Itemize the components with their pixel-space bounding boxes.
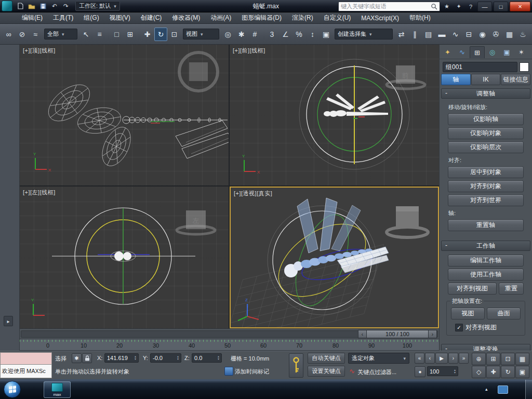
ik-subtab[interactable]: IK <box>471 74 501 85</box>
select-and-move-button[interactable]: ✚ <box>141 28 154 41</box>
y-coordinate-field[interactable]: -0.0 ▴▾ <box>150 353 181 363</box>
window-crossing-button[interactable]: ⊞ <box>124 28 137 41</box>
select-object-button[interactable]: ↖ <box>79 28 92 41</box>
start-button[interactable] <box>4 381 21 398</box>
x-coordinate-field[interactable]: 141.619 ▴▾ <box>104 353 139 363</box>
viewcube[interactable] <box>189 62 208 81</box>
display-tab[interactable]: ▣ <box>500 47 514 58</box>
schematic-view-button[interactable]: ⊟ <box>462 28 475 41</box>
z-coordinate-field[interactable]: 0.0 ▴▾ <box>192 353 222 363</box>
object-color-swatch[interactable] <box>520 62 529 72</box>
viewcube[interactable] <box>387 206 428 237</box>
rollout-header-working-pivot[interactable]: - 工作轴 <box>441 241 530 251</box>
menu-maxscript[interactable]: MAXScript(X) <box>356 12 404 24</box>
named-selection-sets-dropdown[interactable]: 创建选择集 ▾ <box>335 29 393 39</box>
workspace-dropdown[interactable]: 工作区: 默认 ▾ <box>75 1 120 11</box>
create-tab[interactable]: ✦ <box>441 47 455 58</box>
menu-create[interactable]: 创建(C) <box>136 12 167 24</box>
new-scene-button[interactable] <box>15 2 25 11</box>
edit-selection-sets-button[interactable]: ▣ <box>320 28 332 41</box>
hierarchy-tab[interactable]: ⊞ <box>470 46 485 58</box>
previous-frame-button[interactable]: ‹ <box>425 353 435 364</box>
render-production-button[interactable]: ♨ <box>516 28 529 41</box>
go-to-end-button[interactable]: » <box>459 353 469 364</box>
ribbon-toggle-button[interactable]: ▬ <box>435 28 448 41</box>
communication-center-icon[interactable]: ★ <box>442 2 452 11</box>
tray-expand-icon[interactable]: ▴ <box>485 387 488 392</box>
macro-recorder-field[interactable] <box>0 352 52 365</box>
maximize-button[interactable]: □ <box>494 2 508 11</box>
affect-object-only-button[interactable]: 仅影响对象 <box>448 127 524 139</box>
viewport-front-label[interactable]: [+][前][线框] <box>233 47 265 55</box>
edit-working-pivot-button[interactable]: 编辑工作轴 <box>448 255 524 267</box>
help-icon[interactable]: ? <box>466 2 476 11</box>
go-to-start-button[interactable]: « <box>415 353 424 364</box>
pan-icon[interactable]: ✚ <box>486 366 500 378</box>
object-name-field[interactable]: 组001 <box>443 62 517 72</box>
viewport-front[interactable]: [+][前][线框] 前 <box>230 45 439 185</box>
set-key-mode-button[interactable]: 设置关键点 <box>308 366 345 377</box>
undo-button[interactable]: ↶ <box>49 2 60 11</box>
orbit-icon[interactable]: ↻ <box>501 366 515 378</box>
rollout-header-adjust-pivot[interactable]: - 调整轴 <box>441 88 530 99</box>
key-mode-toggle[interactable]: ● <box>415 366 425 377</box>
angle-snap-button[interactable]: ∠ <box>279 28 292 41</box>
place-view-button[interactable]: 视图 <box>451 308 485 320</box>
expand-panel-button[interactable]: ▸ <box>4 316 13 326</box>
viewport-perspective-label[interactable]: [+][透视][真实] <box>234 190 272 197</box>
reset-pivot-button[interactable]: 重置轴 <box>448 219 524 231</box>
open-file-button[interactable] <box>26 2 37 11</box>
align-button[interactable]: ∥ <box>408 28 421 41</box>
auto-key-button[interactable]: 自动关键点 <box>308 353 345 364</box>
redo-button[interactable]: ↷ <box>61 2 71 11</box>
place-surface-button[interactable]: 曲面 <box>487 308 521 320</box>
viewport-left-label[interactable]: [+][左][线框] <box>23 189 56 196</box>
center-to-object-button[interactable]: 居中到对象 <box>448 166 524 178</box>
menu-tools[interactable]: 工具(T) <box>48 12 78 24</box>
close-button[interactable]: × <box>510 2 530 11</box>
reset-working-pivot-button[interactable]: 重置 <box>499 283 524 295</box>
render-setup-button[interactable]: ✇ <box>489 28 502 41</box>
menu-edit[interactable]: 编辑(E) <box>17 12 48 24</box>
select-and-scale-button[interactable]: ⊡ <box>168 28 181 41</box>
current-frame-display[interactable]: 100 / 100 <box>367 330 428 338</box>
maximize-viewport-icon[interactable]: ▣ <box>515 366 529 378</box>
affect-pivot-only-button[interactable]: 仅影响轴 <box>448 113 524 125</box>
use-working-pivot-button[interactable]: 使用工作轴 <box>448 269 524 281</box>
zoom-all-icon[interactable]: ⊞ <box>486 353 500 365</box>
save-file-button[interactable] <box>38 2 48 11</box>
rendered-frame-button[interactable]: ▦ <box>503 28 516 41</box>
key-filters-button[interactable]: 关键点过滤器... <box>357 368 396 376</box>
mirror-button[interactable]: ⇄ <box>395 28 408 41</box>
use-pivot-point-button[interactable]: ◎ <box>221 28 234 41</box>
snaps-toggle-button[interactable]: 3 <box>265 28 278 41</box>
tray-display-icon[interactable] <box>498 385 508 394</box>
rect-selection-region-button[interactable]: □ <box>110 28 123 41</box>
menu-group[interactable]: 组(G) <box>78 12 104 24</box>
menu-rendering[interactable]: 渲染(R) <box>287 12 318 24</box>
isolate-selection-icon[interactable]: ✱ <box>72 353 82 363</box>
zoom-extents-all-icon[interactable]: ▦ <box>515 353 529 365</box>
field-of-view-icon[interactable]: ◇ <box>472 366 486 378</box>
current-frame-field[interactable]: 100 ▴▾ <box>427 366 458 376</box>
viewport-left[interactable]: [+][左][线框] 左 Y <box>20 187 229 328</box>
select-and-rotate-button[interactable]: ↻ <box>154 28 167 41</box>
material-editor-button[interactable]: ◉ <box>476 28 489 41</box>
align-to-view-button[interactable]: 对齐到视图 <box>448 283 497 295</box>
zoom-extents-icon[interactable]: ⊡ <box>501 353 515 365</box>
maxscript-mini-listener[interactable]: 欢迎使用 MAXSc <box>0 365 52 378</box>
previous-frame-arrow[interactable]: ‹ <box>358 330 367 338</box>
menu-graph-editors[interactable]: 图形编辑器(D) <box>236 12 287 24</box>
keyboard-override-button[interactable]: # <box>248 28 261 41</box>
add-time-tag[interactable]: 添加时间标记 <box>235 368 269 376</box>
unlink-selection-button[interactable]: ⊘ <box>16 28 29 41</box>
set-keys-button[interactable] <box>289 353 303 378</box>
viewport-top-label[interactable]: [+][顶][线框] <box>23 47 56 55</box>
motion-tab[interactable]: ◎ <box>485 47 499 58</box>
menu-views[interactable]: 视图(V) <box>104 12 136 24</box>
time-slider-handle[interactable]: ‹ 100 / 100 › <box>358 330 437 338</box>
percent-snap-button[interactable]: % <box>292 28 305 41</box>
menu-modifiers[interactable]: 修改器(M) <box>167 12 205 24</box>
align-to-view-checkbox[interactable]: ✓ <box>455 324 463 331</box>
viewport-top[interactable]: [+][顶][线框] <box>20 45 229 185</box>
